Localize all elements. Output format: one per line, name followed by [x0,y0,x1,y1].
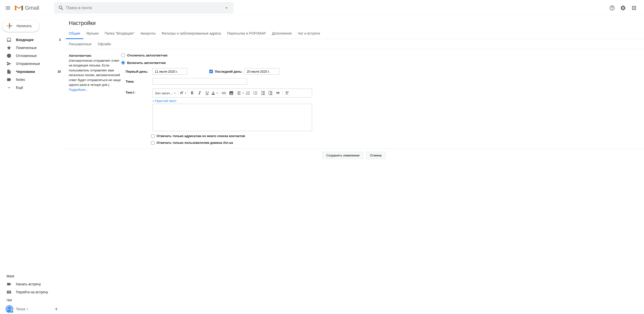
sidebar-item-chevron[interactable]: Ещё [0,84,64,92]
meet-item-keyboard[interactable]: Перейти на встречу [0,288,64,296]
last-day-input[interactable] [244,68,280,75]
numbered-list-button[interactable] [244,90,252,97]
sidebar: Написать Входящие3ПомеченныеОтложенныеОт… [0,16,64,314]
message-body-editor[interactable] [152,104,312,131]
sidebar-item-clock[interactable]: Отложенные [0,52,64,60]
first-day-label: Первый день: [126,70,150,73]
link-button[interactable] [220,90,227,97]
compose-button[interactable]: Написать [2,20,40,32]
text-color-icon [211,91,215,96]
vacation-on-radio[interactable] [121,61,125,65]
keyboard-icon [6,290,12,295]
font-size-button[interactable]: ▼ [180,90,186,97]
text-size-icon [180,91,184,96]
contacts-only-checkbox[interactable] [151,134,154,138]
subject-input[interactable] [152,78,247,85]
search-options-button[interactable] [222,3,232,13]
first-day-input[interactable] [152,68,188,75]
svg-point-1 [8,307,11,309]
image-button[interactable] [228,90,235,97]
search-button[interactable] [56,3,66,13]
vacation-responder-section: Автоответчик: (Автоматически отправляет … [64,49,644,149]
settings-tabs-row2: РасширенныеОфлайн [64,39,644,49]
plain-text-link[interactable]: « Простой текст [152,99,176,103]
sidebar-item-label[interactable]: Notes [0,76,64,84]
tab[interactable]: Расширенные [66,39,95,49]
underline-button[interactable] [204,90,210,97]
help-icon [609,5,615,11]
quote-button[interactable] [274,90,282,97]
chat-user-row[interactable]: Tanya ▼ [0,304,64,314]
sidebar-item-inbox[interactable]: Входящие3 [0,36,64,44]
tab[interactable]: Офлайн [95,39,114,49]
plus-icon [54,307,59,312]
tab[interactable]: Чат и встречи [294,28,323,39]
indent-less-button[interactable] [260,90,266,97]
support-button[interactable] [607,3,617,13]
underline-icon [204,91,210,96]
text-color-button[interactable]: ▼ [211,90,218,97]
sidebar-item-send[interactable]: Отправленные [0,60,64,68]
search-input[interactable] [66,6,222,10]
setting-description: Автоответчик: (Автоматически отправляет … [69,53,121,145]
image-icon [229,91,234,96]
tab[interactable]: Ярлыки [83,28,102,39]
contacts-only-label[interactable]: Отвечать только адресатам из моего списк… [156,134,245,138]
italic-button[interactable] [196,90,203,97]
clear-format-icon [284,91,290,96]
apps-button[interactable] [629,3,639,13]
learn-more-link[interactable]: Подробнее... [69,88,88,92]
last-day-checkbox[interactable] [209,70,213,73]
cancel-button[interactable]: Отмена [366,152,385,159]
sidebar-item-count: 10 [58,70,61,73]
main-menu-button[interactable] [2,2,14,14]
chat-section-title: Чат [0,296,64,304]
vacation-on-label[interactable]: Включить автоответчик [127,61,166,65]
sidebar-item-label: Входящие [16,38,59,42]
domain-only-label[interactable]: Отвечать только пользователям домена Ain… [156,141,233,145]
sidebar-item-star[interactable]: Помеченные [0,44,64,52]
remove-formatting-button[interactable] [284,90,290,97]
tab[interactable]: Аккаунты [138,28,159,39]
inbox-icon [6,37,12,42]
tab[interactable]: Папка "Входящие" [102,28,138,39]
bold-button[interactable] [189,90,196,97]
tab[interactable]: Дополнения [269,28,294,39]
tab[interactable]: Пересылка и POP/IMAP [224,28,269,39]
vacation-off-label[interactable]: Отключить автоответчик [127,53,168,57]
star-icon [6,45,12,50]
align-button[interactable]: ▼ [237,90,244,97]
sidebar-item-file[interactable]: Черновики10 [0,68,64,76]
vacation-off-radio[interactable] [121,53,125,57]
gmail-logo-icon [15,5,23,11]
sidebar-item-label: Отправленные [16,62,61,66]
main-content: Настройки ОбщиеЯрлыкиПапка "Входящие"Акк… [64,16,644,314]
meet-item-video[interactable]: Начать встречу [0,280,64,288]
new-chat-button[interactable] [52,306,61,313]
font-family-select[interactable]: Без засеч…▼ [154,90,177,97]
file-icon [6,69,12,74]
body-label: Текст: [126,89,150,131]
chevron-icon [6,85,12,90]
meet-item-label: Начать встречу [16,282,61,286]
quote-icon [276,91,280,96]
avatar [6,305,14,313]
setting-title: Автоответчик: [69,54,92,57]
settings-button[interactable] [618,3,628,13]
bulleted-list-button[interactable] [252,90,259,97]
domain-only-checkbox[interactable] [151,141,154,145]
tab[interactable]: Фильтры и заблокированные адреса [158,28,224,39]
save-button[interactable]: Сохранить изменения [322,152,363,159]
meet-section-title: Meet [0,272,64,280]
search-bar[interactable] [54,2,234,14]
footer-buttons: Сохранить изменения Отмена [64,149,644,164]
compose-label: Написать [16,24,32,28]
gmail-logo[interactable]: Gmail [15,5,39,11]
svg-rect-2 [212,94,214,95]
tab[interactable]: Общие [66,28,83,39]
editor-toolbar: Без засеч…▼ ▼ ▼ ▼ [152,89,312,98]
indent-more-button[interactable] [267,90,274,97]
list-bulleted-icon [253,91,258,96]
subject-label: Тема: [126,80,150,83]
apps-grid-icon [631,5,637,11]
